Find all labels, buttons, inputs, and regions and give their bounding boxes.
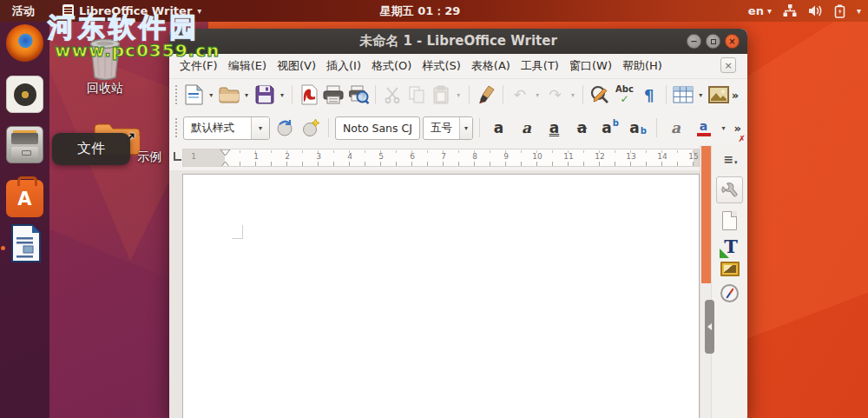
new-document-dropdown[interactable]: ▾ [207,83,216,108]
minimize-button[interactable]: − [687,34,701,49]
menu-item[interactable]: 插入(I) [321,54,366,78]
sidebar-tab-properties[interactable] [716,176,743,203]
clear-formatting-button[interactable]: a ✗ [663,115,688,141]
underline-button[interactable]: a [542,115,567,141]
chevron-down-icon[interactable]: ▾ [251,117,269,139]
redo-button[interactable]: ↷ [544,83,567,108]
print-preview-button[interactable] [346,83,369,108]
tab-stop-type-icon[interactable] [174,152,181,161]
sidebar-tab-page[interactable] [722,211,737,230]
vertical-scrollbar[interactable] [700,145,711,418]
ruler-number: 9 [503,152,509,161]
toolbar-overflow-button[interactable]: » [732,89,747,102]
chevron-down-icon: ▾ [767,6,772,16]
toolbar-grip[interactable] [174,84,179,105]
subscript-button[interactable]: ab [625,115,650,141]
update-style-button[interactable] [273,116,296,141]
font-name-combo[interactable]: Noto Sans CJ ▾ [335,116,420,140]
open-button[interactable] [218,83,240,108]
sidebar-settings-button[interactable]: ≡▾ [720,149,740,169]
close-button[interactable]: × [725,34,740,49]
trash-icon[interactable] [85,36,125,82]
menu-item[interactable]: 样式(S) [417,54,465,78]
menu-item[interactable]: 文件(F) [174,54,223,78]
menu-item[interactable]: 视图(V) [272,54,321,78]
strikethrough-button[interactable]: a [569,115,595,141]
activities-button[interactable]: 活动 [0,0,47,22]
print-button[interactable] [322,83,345,108]
menu-item[interactable]: 窗口(W) [564,54,617,78]
maximize-icon [711,39,716,44]
new-style-button[interactable] [299,116,322,141]
horizontal-ruler[interactable]: 1 123456789101112131415 [182,149,700,167]
chevron-down-icon[interactable]: ▾ [419,117,420,139]
paste-button[interactable] [430,83,452,108]
copy-button[interactable] [405,83,428,108]
dock-item-firefox[interactable] [6,24,43,62]
undo-dropdown[interactable]: ▾ [533,83,542,108]
dock-item-rhythmbox[interactable] [6,76,43,113]
ruler-number: 10 [532,152,542,161]
menu-item[interactable]: 编辑(E) [223,54,272,78]
superscript-button[interactable]: ab [597,115,622,141]
font-color-dropdown[interactable]: ▾ [719,116,728,141]
find-replace-button[interactable] [589,83,611,108]
network-icon[interactable] [783,4,797,17]
export-pdf-button[interactable] [298,83,320,108]
new-document-button[interactable] [182,83,205,108]
menu-item[interactable]: 工具(T) [516,54,564,78]
menu-item[interactable]: 格式(O) [366,54,417,78]
paragraph-style-combo[interactable]: 默认样式 ▾ [183,116,270,140]
sidebar-tab-styles[interactable]: T [720,236,741,258]
title-bar[interactable]: 未命名 1 - LibreOffice Writer − × [169,29,747,54]
maximize-button[interactable] [706,34,720,49]
toolbar-grip[interactable] [174,117,179,138]
insert-table-button[interactable] [672,83,694,108]
save-dropdown[interactable]: ▾ [278,83,287,108]
menu-item[interactable]: 表格(A) [466,54,516,78]
chevron-down-icon[interactable]: ▾ [459,117,472,139]
close-document-icon: × [724,61,732,70]
paste-dropdown[interactable]: ▾ [454,83,464,108]
clock[interactable]: 星期五 01：29 [380,0,461,22]
cut-button[interactable] [381,83,404,108]
app-menu-button[interactable]: LibreOffice Writer ▾ [62,4,201,17]
indent-markers[interactable] [220,149,231,167]
open-dropdown[interactable]: ▾ [242,83,252,108]
sidebar-splitter-handle[interactable] [705,300,714,354]
document-workspace[interactable] [169,170,700,418]
keyboard-layout-indicator[interactable]: en ▾ [748,4,772,17]
window-controls: − × [687,34,740,49]
font-color-button[interactable]: a [691,115,716,141]
italic-button[interactable]: a [514,115,539,141]
trash-label[interactable]: 回收站 [72,81,138,96]
document-page[interactable] [182,174,700,418]
toolbar-separator [479,118,480,137]
insert-image-button[interactable] [707,83,730,108]
collapse-arrow-icon [707,323,712,330]
dock-item-libreoffice-writer[interactable] [6,223,43,261]
close-document-button[interactable]: × [720,57,736,73]
battery-icon[interactable] [834,4,845,18]
font-size-combo[interactable]: 五号 ▾ [423,116,473,140]
save-button[interactable] [253,83,275,108]
scrollbar-thumb[interactable] [701,146,711,283]
undo-button[interactable]: ↶ [509,83,531,108]
dock-item-ubuntu-software[interactable]: A [6,180,43,217]
sidebar-tab-navigator[interactable] [720,284,739,302]
sample-folder-label[interactable]: 示例 [127,149,172,165]
bold-button[interactable]: a [486,115,511,141]
formatting-marks-button[interactable]: ¶ [638,83,661,108]
dock-item-files[interactable] [6,126,43,163]
spellcheck-button[interactable]: Abc ✓ [613,83,635,108]
sidebar-tab-gallery[interactable] [720,262,740,276]
toolbar-separator [666,85,667,104]
menu-item[interactable]: 帮助(H) [617,54,667,78]
toolbar-overflow-button[interactable]: » [734,122,747,135]
redo-dropdown[interactable]: ▾ [569,83,578,108]
chevron-down-icon[interactable]: ▾ [857,6,861,16]
clone-formatting-button[interactable] [475,83,497,108]
insert-table-dropdown[interactable]: ▾ [696,83,706,108]
check-icon: ✓ [620,94,628,104]
volume-icon[interactable] [808,4,823,17]
